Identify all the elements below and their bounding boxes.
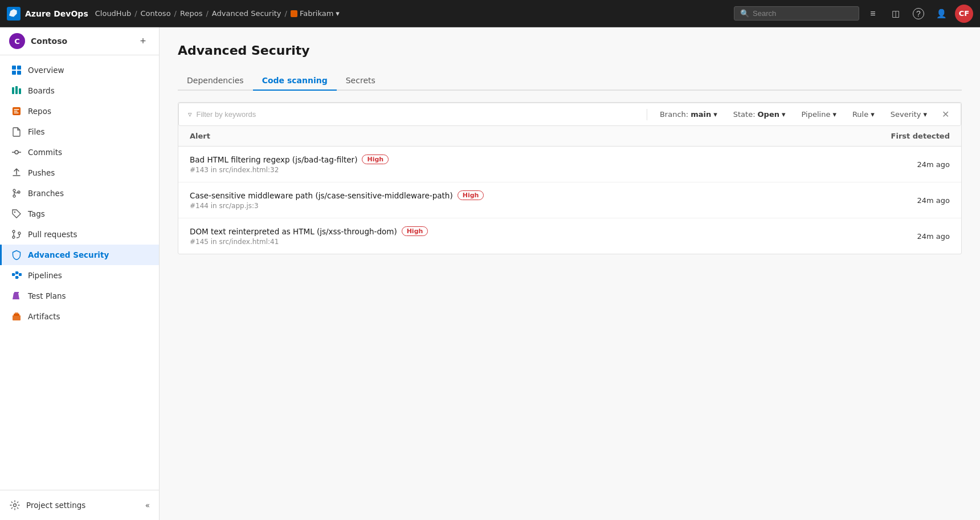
sidebar-org[interactable]: C Contoso + (0, 27, 159, 55)
tab-secrets[interactable]: Secrets (337, 71, 385, 91)
sidebar-nav: Overview Boards Repos File (0, 55, 159, 490)
sidebar-item-advancedsecurity[interactable]: Advanced Security (0, 245, 159, 265)
sidebar-item-repos-label: Repos (28, 107, 51, 116)
filter-pipeline-dropdown[interactable]: Pipeline ▾ (798, 109, 840, 120)
svg-point-16 (13, 236, 15, 238)
collapse-button[interactable]: « (145, 501, 150, 510)
alert-subtitle-1: #143 in src/index.html:32 (190, 166, 389, 174)
filter-input-wrap[interactable]: ▿ (188, 110, 638, 119)
shopping-icon-button[interactable]: ◫ (887, 5, 905, 23)
sidebar-bottom: Project settings « (0, 490, 159, 520)
filter-divider (647, 109, 647, 120)
alert-title-3: DOM text reinterpreted as HTML (js/xss-t… (190, 226, 428, 236)
settings-icon (9, 499, 21, 511)
help-icon-button[interactable]: ? (909, 5, 928, 23)
svg-rect-2 (12, 71, 16, 75)
breadcrumb-section[interactable]: Repos (180, 9, 202, 18)
rule-label: Rule (852, 110, 868, 119)
search-box[interactable]: 🔍 (734, 6, 859, 21)
account-icon: 👤 (936, 9, 947, 19)
tab-dependencies[interactable]: Dependencies (178, 71, 253, 91)
first-detected-3: 24m ago (917, 232, 950, 241)
pipeline-chevron-icon: ▾ (832, 110, 836, 119)
breadcrumb-project[interactable]: Contoso (141, 9, 171, 18)
severity-badge-1: High (362, 155, 389, 164)
sidebar-item-artifacts-label: Artifacts (28, 312, 60, 321)
breadcrumb-page[interactable]: Advanced Security (212, 9, 281, 18)
svg-rect-22 (13, 315, 21, 320)
repos-icon (11, 105, 22, 117)
security-icon (11, 249, 22, 261)
filter-state-dropdown[interactable]: State: Open ▾ (730, 109, 789, 120)
severity-badge-3: High (402, 226, 428, 236)
breadcrumb-repo-name[interactable]: Fabrikam (300, 9, 333, 18)
artifacts-icon (11, 311, 22, 322)
breadcrumb-sep1: / (134, 9, 137, 18)
filter-keywords-input[interactable] (197, 110, 638, 119)
breadcrumb-org[interactable]: CloudHub (95, 9, 131, 18)
sidebar-item-commits[interactable]: Commits (0, 142, 159, 162)
sidebar-item-branches[interactable]: Branches (0, 183, 159, 204)
alert-subtitle-2: #144 in src/app.js:3 (190, 202, 484, 210)
sidebar-item-pipelines-label: Pipelines (28, 271, 62, 280)
add-project-button[interactable]: + (136, 34, 150, 48)
pipeline-label: Pipeline (802, 110, 831, 119)
svg-point-25 (14, 504, 17, 507)
search-input[interactable] (753, 9, 853, 18)
svg-rect-19 (15, 271, 18, 274)
breadcrumb-repo[interactable]: Fabrikam ▾ (291, 9, 340, 18)
branch-label: Branch: (660, 110, 688, 119)
user-avatar[interactable]: CF (955, 5, 973, 23)
overview-icon (11, 64, 22, 76)
testplans-icon (11, 290, 22, 302)
first-detected-2: 24m ago (917, 196, 950, 205)
sidebar-item-overview[interactable]: Overview (0, 60, 159, 80)
account-icon-button[interactable]: 👤 (932, 5, 950, 23)
branch-value: main (691, 110, 711, 119)
sidebar-item-boards[interactable]: Boards (0, 80, 159, 101)
sidebar-item-branches-label: Branches (28, 189, 64, 198)
sidebar-item-commits-label: Commits (28, 148, 62, 157)
state-value: Open (758, 110, 779, 119)
alert-row[interactable]: DOM text reinterpreted as HTML (js/xss-t… (178, 218, 961, 254)
sidebar-item-tags-label: Tags (28, 209, 45, 218)
sidebar-item-repos[interactable]: Repos (0, 101, 159, 121)
topbar: Azure DevOps CloudHub / Contoso / Repos … (0, 0, 980, 27)
branch-chevron-icon: ▾ (713, 110, 717, 119)
sidebar-item-pullrequests[interactable]: Pull requests (0, 224, 159, 245)
svg-point-17 (18, 232, 21, 234)
sidebar-item-projectsettings[interactable]: Project settings « (0, 495, 159, 515)
sidebar-item-pipelines[interactable]: Pipelines (0, 265, 159, 286)
filter-severity-dropdown[interactable]: Severity ▾ (887, 109, 930, 120)
commits-icon (11, 147, 22, 158)
sidebar-item-testplans[interactable]: Test Plans (0, 286, 159, 306)
sidebar-item-artifacts[interactable]: Artifacts (0, 306, 159, 327)
sidebar-item-files[interactable]: Files (0, 121, 159, 142)
list-icon-button[interactable]: ≡ (864, 5, 882, 23)
project-settings-label: Project settings (26, 501, 85, 510)
pipelines-icon (11, 270, 22, 281)
col-alert-header: Alert (190, 132, 210, 140)
brand-label: Azure DevOps (25, 9, 88, 18)
tab-codescanning[interactable]: Code scanning (253, 71, 337, 91)
pushes-icon (11, 167, 22, 178)
sidebar-item-testplans-label: Test Plans (28, 291, 66, 300)
alert-title-1: Bad HTML filtering regexp (js/bad-tag-fi… (190, 155, 389, 164)
filter-rule-dropdown[interactable]: Rule ▾ (849, 109, 878, 120)
breadcrumb: CloudHub / Contoso / Repos / Advanced Se… (95, 9, 340, 18)
svg-rect-1 (17, 66, 21, 70)
alert-row[interactable]: Bad HTML filtering regexp (js/bad-tag-fi… (178, 147, 961, 182)
filter-branch-dropdown[interactable]: Branch: main ▾ (656, 109, 721, 120)
alert-row[interactable]: Case-sensitive middleware path (js/case-… (178, 182, 961, 218)
sidebar: C Contoso + Overview Boards (0, 27, 160, 520)
tabs: Dependencies Code scanning Secrets (178, 71, 962, 91)
shop-icon: ◫ (892, 9, 900, 19)
tags-icon (11, 208, 22, 220)
filter-icon: ▿ (188, 110, 192, 119)
filter-close-button[interactable]: ✕ (940, 108, 952, 121)
help-icon: ? (913, 8, 924, 19)
svg-rect-18 (12, 273, 15, 276)
sidebar-item-tags[interactable]: Tags (0, 204, 159, 224)
alert-left-2: Case-sensitive middleware path (js/case-… (190, 190, 484, 210)
sidebar-item-pushes[interactable]: Pushes (0, 162, 159, 183)
